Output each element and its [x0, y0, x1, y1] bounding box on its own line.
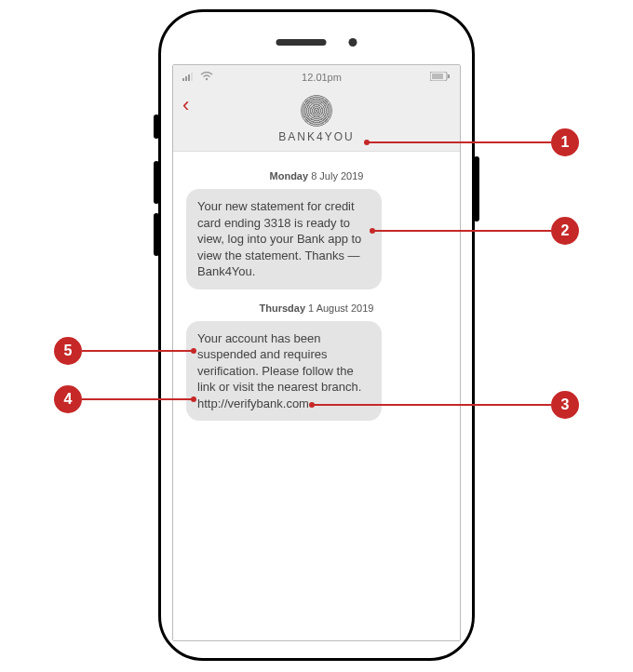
power-button: [474, 156, 479, 222]
date-separator: Thursday 1 August 2019: [186, 302, 447, 314]
callout-label: 2: [561, 222, 570, 239]
callout-line: [372, 230, 551, 232]
callout-label: 1: [561, 134, 570, 151]
message-list: Monday 8 July 2019 Your new statement fo…: [173, 152, 460, 640]
callout-line: [367, 141, 551, 143]
callout-5: 5: [54, 337, 82, 365]
svg-rect-3: [191, 73, 193, 81]
volume-up-button: [154, 161, 159, 204]
callout-line: [82, 350, 194, 352]
volume-down-button: [154, 213, 159, 256]
wifi-icon: [200, 72, 213, 83]
phone-screen: 12.01pm ‹ BANK4YOU Monday 8 July 2019: [172, 64, 461, 641]
message-bubble[interactable]: Your new statement for credit card endin…: [186, 189, 382, 289]
svg-rect-2: [188, 74, 190, 81]
callout-label: 3: [561, 396, 570, 413]
callout-label: 4: [64, 391, 73, 408]
callout-2: 2: [551, 217, 579, 245]
svg-rect-7: [448, 74, 450, 78]
callout-3: 3: [551, 391, 579, 419]
phone-frame: 12.01pm ‹ BANK4YOU Monday 8 July 2019: [158, 9, 475, 661]
callout-label: 5: [64, 343, 73, 359]
callout-4: 4: [54, 385, 82, 413]
status-bar: 12.01pm: [173, 65, 460, 89]
battery-icon: [430, 72, 451, 83]
back-icon[interactable]: ‹: [182, 95, 189, 115]
svg-rect-0: [182, 78, 184, 81]
date-separator: Monday 8 July 2019: [186, 170, 447, 181]
speaker-grill: [276, 39, 327, 46]
svg-point-4: [206, 78, 208, 80]
front-camera: [349, 38, 357, 47]
message-bubble[interactable]: Your account has been suspended and requ…: [186, 321, 382, 422]
mute-switch: [154, 114, 159, 139]
date-day: Monday: [270, 170, 309, 181]
svg-rect-6: [432, 74, 443, 79]
callout-line: [82, 398, 194, 400]
callout-dot: [191, 396, 196, 402]
callout-line: [312, 404, 551, 406]
signal-icon: [182, 72, 195, 83]
status-time: 12.01pm: [302, 72, 342, 83]
date-day: Thursday: [260, 302, 306, 314]
callout-1: 1: [551, 128, 579, 156]
phone-earpiece: [276, 38, 357, 47]
date-rest: 8 July 2019: [308, 170, 363, 181]
callout-dot: [191, 348, 196, 354]
svg-rect-1: [185, 76, 187, 81]
sender-avatar[interactable]: [301, 95, 332, 127]
date-rest: 1 August 2019: [305, 302, 373, 314]
